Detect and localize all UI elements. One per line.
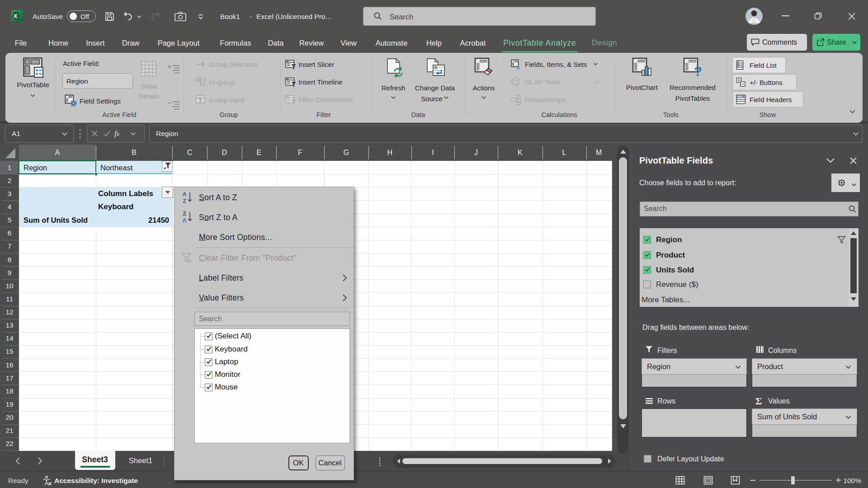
svg-text:?: ?: [694, 64, 702, 78]
svg-text:X: X: [14, 13, 18, 19]
svg-text:7: 7: [199, 98, 202, 103]
svg-text:A: A: [182, 217, 186, 224]
svg-text:Z: Z: [183, 198, 186, 204]
svg-text:Z: Z: [183, 211, 186, 217]
svg-text:A: A: [182, 191, 186, 197]
svg-text:fx: fx: [517, 65, 520, 70]
svg-text:fx: fx: [516, 82, 520, 87]
